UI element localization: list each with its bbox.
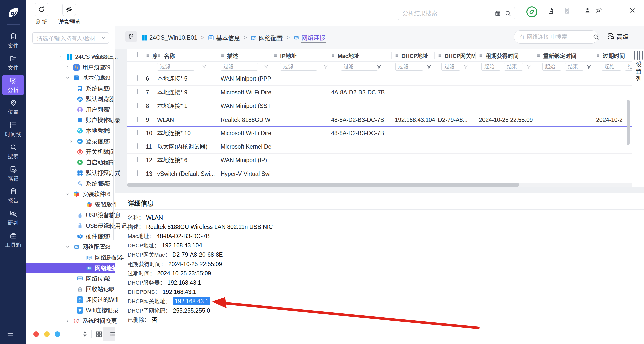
row-checkbox[interactable] — [137, 117, 138, 122]
filter-funnel-icon[interactable] — [526, 64, 531, 69]
table-row-14[interactable]: 14Microsoft IP-HTTPS...Microsoft IP-HTTP… — [127, 181, 632, 183]
tree-item-默认浏览器[interactable]: 默认浏览器1 — [26, 94, 115, 104]
filter-start-input[interactable] — [542, 63, 561, 71]
menu-icon[interactable] — [7, 330, 14, 337]
column-menu-icon[interactable] — [157, 53, 162, 58]
tree-item-用户痕迹[interactable]: 用户痕迹379 — [26, 62, 115, 73]
tree-item-系统时间变更[interactable]: 系统时间变更9 — [26, 316, 115, 326]
column-header-expire[interactable]: 过期时间 — [596, 49, 626, 61]
sidebar-item-analysis[interactable]: 分析 — [2, 75, 24, 95]
tree-item-默认打开方式[interactable]: 默认打开方式250 — [26, 168, 115, 178]
chevron-right-icon[interactable] — [66, 65, 70, 69]
column-menu-icon[interactable] — [537, 53, 541, 58]
filter-input[interactable] — [341, 63, 378, 71]
column-header-mac[interactable]: Mac地址 — [331, 49, 392, 61]
close-button[interactable] — [629, 7, 636, 14]
filter-funnel-icon[interactable] — [586, 64, 592, 69]
row-checkbox[interactable] — [137, 143, 138, 149]
red-dot-filter[interactable] — [33, 331, 39, 337]
chevron-down-icon[interactable] — [66, 76, 70, 80]
blue-dot-filter[interactable] — [55, 331, 60, 337]
breadcrumb-item-基本信息[interactable]: 基本信息 — [208, 33, 240, 42]
breadcrumb-item-网络配置[interactable]: 网络配置 — [251, 33, 283, 42]
breadcrumb-item-24CS_Win10.E01[interactable]: 24CS_Win10.E01 — [141, 34, 197, 41]
yellow-dot-filter[interactable] — [44, 331, 50, 337]
user-icon[interactable] — [584, 7, 591, 13]
column-header-lease[interactable]: 租期获得时间 — [479, 49, 534, 61]
row-checkbox[interactable] — [137, 130, 138, 135]
tree-item-用户列表[interactable]: 用户列表7 — [26, 104, 115, 115]
filter-funnel-icon[interactable] — [202, 64, 207, 69]
sidebar-item-toolbox[interactable]: 工具箱 — [2, 230, 24, 250]
tree-item-Wifi连接记录[interactable]: Wifi连接记录37 — [26, 305, 115, 316]
vertical-scrollbar-thumb[interactable] — [627, 100, 630, 145]
table-row-6[interactable]: 6本地连接* 5WAN Miniport (PPP... — [127, 72, 632, 86]
column-menu-icon[interactable] — [438, 53, 442, 58]
tree-item-连接过的Wifi[interactable]: 连接过的Wifi1 — [26, 294, 115, 305]
row-checkbox[interactable] — [137, 89, 138, 94]
chevron-down-icon[interactable] — [66, 192, 70, 196]
minimize-button[interactable] — [607, 7, 613, 13]
calendar-icon[interactable] — [495, 10, 501, 17]
report-preview-icon[interactable] — [564, 7, 571, 14]
tree-item-本地凭据[interactable]: 本地凭据3 — [26, 125, 115, 136]
tree-item-基本信息[interactable]: 基本信息1689 — [26, 73, 115, 83]
restore-button[interactable] — [618, 7, 624, 13]
tree-item-安装软件[interactable]: 安装软件16 — [26, 189, 115, 199]
table-row-11[interactable]: 11以太网(内核调试器)Microsoft Kernel De... — [127, 140, 632, 154]
tree-item-硬件信息[interactable]: 硬件信息223 — [26, 231, 115, 242]
sidebar-item-report[interactable]: 报告 — [2, 186, 24, 206]
export-icon[interactable] — [547, 7, 555, 15]
filter-input[interactable] — [157, 63, 194, 71]
filter-funnel-icon[interactable] — [264, 64, 269, 69]
column-menu-icon[interactable] — [274, 53, 278, 58]
column-header-dhcp[interactable]: DHCP地址 — [395, 49, 435, 61]
filter-funnel-icon[interactable] — [323, 64, 328, 69]
table-row-9[interactable]: 9WLANRealtek 8188GU Wir...48-8A-D2-B3-DC… — [127, 113, 632, 127]
sidebar-item-timeline[interactable]: 时间线 — [2, 119, 24, 139]
tree-item-网络位置[interactable]: 网络位置2 — [26, 273, 115, 284]
sidebar-item-search[interactable]: 搜索 — [2, 141, 24, 161]
column-menu-icon[interactable] — [596, 53, 601, 58]
tree-item-安装软件[interactable]: 安装软件16 — [26, 199, 115, 210]
row-checkbox[interactable] — [137, 75, 138, 81]
row-checkbox[interactable] — [137, 170, 138, 176]
tree-item-网络适配器[interactable]: 网络适配器19 — [26, 252, 115, 263]
horizontal-scrollbar-thumb[interactable] — [127, 183, 519, 187]
filter-start-input[interactable] — [481, 63, 500, 71]
sidebar-item-notes[interactable]: 笔记 — [2, 163, 24, 184]
table-row-13[interactable]: 13vSwitch (Default Swi...Hyper-V Virtual… — [127, 167, 632, 181]
advanced-search-button[interactable]: 高级 — [607, 32, 629, 41]
column-menu-icon[interactable] — [395, 53, 399, 58]
sidebar-item-location[interactable]: 位置 — [2, 97, 24, 117]
owner-select[interactable]: 请选择/输入持有人/检材 — [32, 32, 109, 44]
list-view-icon[interactable] — [109, 331, 116, 338]
column-header-desc[interactable]: 描述 — [221, 49, 271, 61]
sidebar-item-judge[interactable]: 研判 — [2, 208, 24, 228]
tree-item-系统信息[interactable]: 系统信息19 — [26, 83, 115, 94]
branch-view-button[interactable] — [125, 31, 137, 42]
column-header-num[interactable]: 序号 — [146, 49, 157, 61]
global-search-input[interactable] — [398, 10, 495, 17]
search-icon[interactable] — [505, 10, 511, 17]
chevron-down-icon[interactable] — [66, 245, 70, 249]
filter-funnel-icon[interactable] — [463, 64, 468, 69]
column-header-ip[interactable]: IP地址 — [274, 49, 328, 61]
tree-item-系统服务[interactable]: 系统服务545 — [26, 178, 115, 189]
filter-input[interactable] — [441, 63, 460, 71]
tree-item-回收站记录[interactable]: 回收站记录4 — [26, 284, 115, 294]
table-search-input[interactable] — [514, 33, 593, 40]
table-row-8[interactable]: 8本地连接* 1WAN Miniport (SSTP) — [127, 99, 632, 113]
filter-end-input[interactable] — [565, 63, 583, 71]
filter-input[interactable] — [395, 63, 423, 71]
column-header-gw_mac[interactable]: DHCP网关Ma — [438, 49, 476, 61]
tree-item-账户操作记录[interactable]: 账户操作记录429 — [26, 115, 115, 125]
refresh-button[interactable]: 刷新 — [35, 3, 48, 25]
tree-item-网络配置[interactable]: 网络配置38 — [26, 242, 115, 252]
column-menu-icon[interactable] — [146, 53, 150, 58]
preview-toggle-button[interactable]: 详情/预览 — [58, 3, 80, 25]
tree-item-登录信息[interactable]: 登录信息26 — [26, 136, 115, 147]
row-checkbox[interactable] — [137, 157, 138, 162]
filter-funnel-icon[interactable] — [426, 64, 432, 69]
chevron-down-icon[interactable] — [59, 55, 63, 59]
